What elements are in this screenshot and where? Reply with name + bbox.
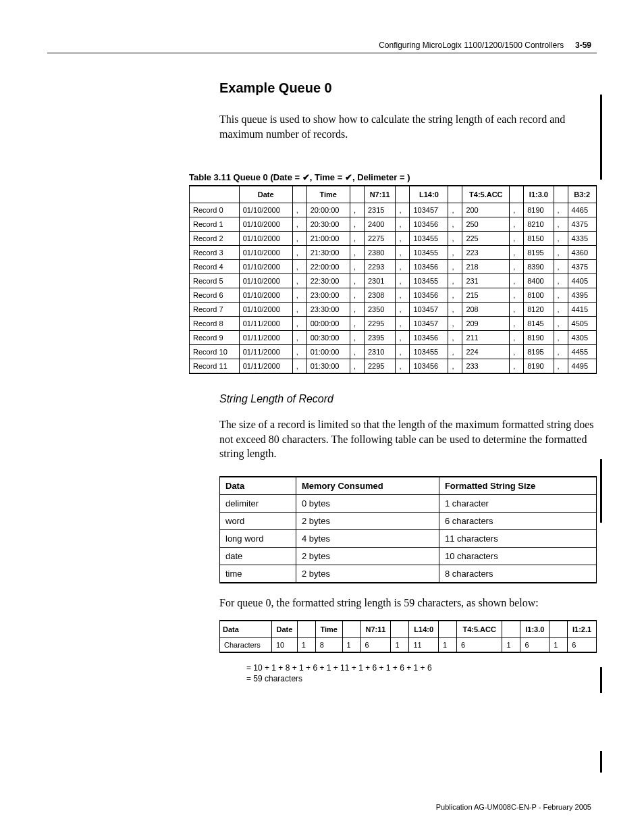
- queue-cell: ,: [554, 303, 568, 317]
- queue-cell: 2380: [364, 246, 396, 260]
- queue-col-header: [510, 186, 524, 203]
- queue-cell: ,: [396, 246, 410, 260]
- queue-cell: ,: [554, 274, 568, 288]
- queue-cell: ,: [292, 274, 306, 288]
- queue-cell: ,: [510, 303, 524, 317]
- mem-cell: 0 bytes: [296, 494, 439, 512]
- chars-col-header: I1:3.0: [520, 621, 549, 638]
- queue-cell: Record 11: [190, 359, 240, 374]
- chars-col-header: [549, 621, 568, 638]
- queue-cell: ,: [554, 260, 568, 274]
- change-bar: [600, 751, 602, 773]
- queue-cell: 223: [462, 246, 510, 260]
- queue-cell: ,: [396, 303, 410, 317]
- queue-cell: 2395: [364, 331, 396, 345]
- table-row: word2 bytes6 characters: [220, 512, 597, 529]
- chars-col-header: [438, 621, 456, 638]
- queue-cell: 103456: [410, 359, 448, 374]
- queue-cell: 224: [462, 345, 510, 359]
- mem-cell: 2 bytes: [296, 547, 439, 565]
- queue-cell: 2293: [364, 260, 396, 274]
- queue-cell: ,: [350, 232, 364, 246]
- queue-cell: 8390: [524, 260, 554, 274]
- queue-cell: 103457: [410, 203, 448, 217]
- memory-table: DataMemory ConsumedFormatted String Size…: [219, 476, 597, 583]
- mem-col-header: Formatted String Size: [439, 477, 596, 495]
- mem-cell: long word: [220, 529, 296, 547]
- queue-cell: ,: [396, 359, 410, 374]
- chars-table: DataDateTimeN7:11L14:0T4:5.ACCI1:3.0I1:2…: [219, 620, 597, 653]
- queue-cell: 01/10/2000: [239, 260, 292, 274]
- queue-cell: ,: [448, 203, 462, 217]
- queue-cell: 211: [462, 331, 510, 345]
- queue-cell: 01/10/2000: [239, 246, 292, 260]
- queue-cell: ,: [350, 246, 364, 260]
- queue-cell: ,: [510, 274, 524, 288]
- equation-block: = 10 + 1 + 8 + 1 + 6 + 1 + 11 + 1 + 6 + …: [246, 662, 597, 685]
- queue-cell: 4360: [568, 246, 596, 260]
- queue-cell: 4375: [568, 217, 596, 232]
- queue-cell: 4305: [568, 331, 596, 345]
- table-row: Record 901/11/2000,00:30:00,2395,103456,…: [190, 331, 597, 345]
- queue-cell: 2315: [364, 203, 396, 217]
- queue-cell: ,: [510, 232, 524, 246]
- table-row: Record 001/10/2000,20:00:00,2315,103457,…: [190, 203, 597, 217]
- chars-cell: Characters: [220, 637, 272, 652]
- table-row: Record 701/10/2000,23:30:00,2350,103457,…: [190, 303, 597, 317]
- chars-col-header: [297, 621, 315, 638]
- queue-cell: 103457: [410, 303, 448, 317]
- queue-cell: 8120: [524, 303, 554, 317]
- queue-cell: 8195: [524, 345, 554, 359]
- change-bar: [600, 95, 602, 180]
- queue-cell: 4505: [568, 317, 596, 331]
- mem-cell: time: [220, 565, 296, 583]
- queue-cell: 103455: [410, 345, 448, 359]
- chars-cell: 1: [297, 637, 315, 652]
- chars-cell: 1: [549, 637, 568, 652]
- queue-cell: ,: [448, 303, 462, 317]
- queue-cell: 01/10/2000: [239, 274, 292, 288]
- queue-cell: 103455: [410, 232, 448, 246]
- queue-cell: ,: [554, 317, 568, 331]
- queue-cell: Record 10: [190, 345, 240, 359]
- queue-cell: ,: [554, 246, 568, 260]
- chars-cell: 6: [568, 637, 597, 652]
- chars-col-header: I1:2.1: [568, 621, 597, 638]
- table-row: Record 401/10/2000,22:00:00,2293,103456,…: [190, 260, 597, 274]
- queue-cell: ,: [350, 317, 364, 331]
- chars-col-header: Data: [220, 621, 272, 638]
- queue-cell: ,: [292, 217, 306, 232]
- mem-cell: word: [220, 512, 296, 529]
- mem-cell: 6 characters: [439, 512, 596, 529]
- queue-cell: ,: [350, 274, 364, 288]
- chars-cell: 6: [456, 637, 502, 652]
- chars-cell: 6: [520, 637, 549, 652]
- table-row: delimiter0 bytes1 character: [220, 494, 597, 512]
- footer: Publication AG-UM008C-EN-P - February 20…: [436, 803, 591, 811]
- queue-cell: 01/11/2000: [239, 331, 292, 345]
- queue-cell: ,: [448, 260, 462, 274]
- queue-cell: ,: [510, 288, 524, 303]
- queue-cell: ,: [510, 217, 524, 232]
- queue-col-header: [396, 186, 410, 203]
- queue-cell: ,: [350, 217, 364, 232]
- page-title: Example Queue 0: [219, 80, 597, 96]
- queue-cell: 103455: [410, 246, 448, 260]
- queue-cell: ,: [292, 331, 306, 345]
- queue-cell: 2275: [364, 232, 396, 246]
- table-row: Record 101/10/2000,20:30:00,2400,103456,…: [190, 217, 597, 232]
- queue-cell: ,: [396, 288, 410, 303]
- queue-cell: ,: [510, 359, 524, 374]
- queue-cell: ,: [554, 232, 568, 246]
- queue-cell: ,: [350, 260, 364, 274]
- queue-cell: 20:00:00: [306, 203, 350, 217]
- chars-col-header: [502, 621, 520, 638]
- queue-cell: 208: [462, 303, 510, 317]
- mem-cell: 11 characters: [439, 529, 596, 547]
- queue-cell: 2308: [364, 288, 396, 303]
- queue-cell: 2295: [364, 359, 396, 374]
- queue-cell: ,: [448, 217, 462, 232]
- queue-table: DateTimeN7:11L14:0T4:5.ACCI1:3.0B3:2 Rec…: [189, 185, 597, 374]
- queue-cell: Record 8: [190, 317, 240, 331]
- chars-cell: 8: [315, 637, 342, 652]
